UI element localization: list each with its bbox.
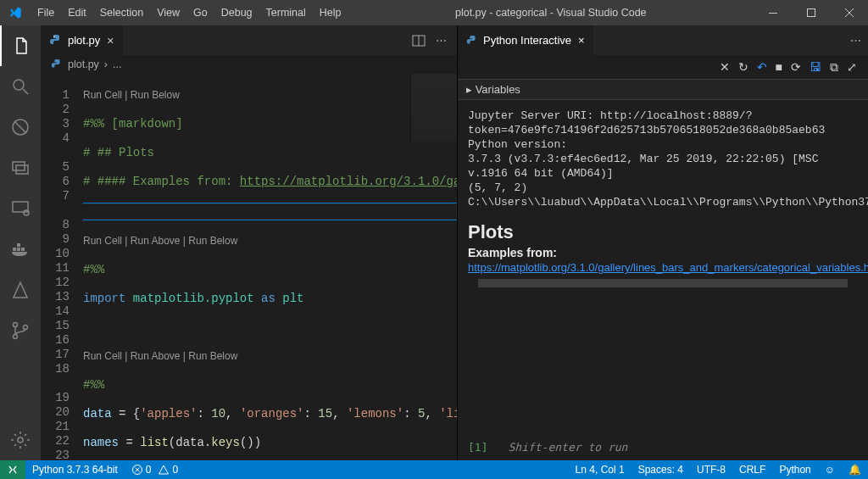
docker-icon[interactable] [0,229,41,270]
window-title: plot.py - categorical - Visual Studio Co… [348,7,754,19]
close-icon[interactable]: × [107,34,114,47]
status-python[interactable]: Python 3.7.3 64-bit [25,460,125,479]
redo-icon[interactable]: ↻ [734,60,753,74]
svg-rect-0 [769,13,777,14]
remote-icon[interactable] [0,188,41,229]
settings-icon[interactable] [0,420,41,460]
svg-point-7 [24,210,29,215]
svg-rect-9 [17,248,20,251]
breadcrumb[interactable]: plot.py › ... [41,55,457,74]
codelens-run-cell[interactable]: Run Cell | Run Above | Run Below [83,349,457,364]
svg-point-13 [14,335,18,339]
interactive-output: Jupyter Server URI: http://localhost:888… [458,100,868,434]
input-hint: Shift-enter to run [508,441,627,454]
chevron-right-icon: ▸ [466,83,472,96]
svg-rect-4 [13,162,25,170]
window-controls [754,0,868,25]
cancel-icon[interactable]: ✕ [715,60,734,74]
svg-point-15 [18,437,23,443]
bell-icon[interactable]: 🔔 [842,460,868,479]
menu-edit[interactable]: Edit [61,0,93,25]
menu-debug[interactable]: Debug [214,0,259,25]
output-heading: Plots [468,225,858,239]
status-problems[interactable]: 0 0 [125,460,185,479]
editor-tabs: plot.py × ⋯ [41,25,457,55]
menu-selection[interactable]: Selection [93,0,150,25]
tab-python-interactive[interactable]: Python Interactive × [458,25,593,55]
python-icon [466,35,478,47]
minimap[interactable] [410,74,457,142]
titlebar: File Edit Selection View Go Debug Termin… [0,0,868,25]
remote-indicator[interactable] [0,460,25,479]
status-language[interactable]: Python [772,460,817,479]
vscode-icon [8,6,22,19]
svg-point-12 [14,323,18,327]
python-icon [49,34,63,47]
status-bar: Python 3.7.3 64-bit 0 0 Ln 4, Col 1 Spac… [0,460,868,479]
menu-help[interactable]: Help [313,0,348,25]
breadcrumb-file: plot.py [68,58,99,70]
codelens-run-cell[interactable]: Run Cell | Run Above | Run Below [83,234,457,248]
export-icon[interactable]: ⧉ [826,60,843,75]
tab-label: plot.py [68,34,100,47]
split-editor-icon[interactable] [407,34,431,47]
svg-rect-1 [807,9,815,17]
status-encoding[interactable]: UTF-8 [690,460,732,479]
close-button[interactable] [830,0,868,25]
status-cursor[interactable]: Ln 4, Col 1 [569,460,632,479]
breadcrumb-more: ... [113,58,121,70]
source-control-icon[interactable] [0,107,41,148]
azure-icon[interactable] [0,270,41,310]
svg-rect-8 [13,248,16,251]
svg-rect-5 [16,165,28,174]
save-icon[interactable]: 🖫 [805,60,826,74]
menu-bar: File Edit Selection View Go Debug Termin… [31,0,348,25]
status-spaces[interactable]: Spaces: 4 [632,460,690,479]
expand-icon[interactable]: ⤢ [843,60,861,74]
svg-rect-11 [17,243,20,247]
server-info: Jupyter Server URI: http://localhost:888… [468,109,858,209]
close-icon[interactable]: × [578,34,585,47]
restart-icon[interactable]: ⟳ [787,60,805,74]
maximize-button[interactable] [792,0,830,25]
line-numbers: 1 2 3 4 5 6 7 8 9 10 11 12 13 14 15 16 1… [41,74,83,460]
interactive-input[interactable]: [1] Shift-enter to run [458,434,868,460]
debug-icon[interactable] [0,148,41,188]
example-link[interactable]: https://matplotlib.org/3.1.0/gallery/lin… [468,261,868,274]
variables-section[interactable]: ▸ Variables [458,79,868,100]
python-interactive-panel: Python Interactive × ⋯ ✕ ↻ ↶ ■ ⟳ 🖫 ⧉ ⤢ ▸… [457,25,868,460]
svg-point-14 [24,326,28,330]
svg-rect-10 [21,248,25,251]
more-icon[interactable]: ⋯ [431,34,452,47]
more-icon[interactable]: ⋯ [850,34,861,47]
branch-icon[interactable] [0,310,41,351]
python-icon [51,58,63,70]
menu-terminal[interactable]: Terminal [259,0,313,25]
code-content[interactable]: Run Cell | Run Below #%% [markdown] # ##… [83,74,457,460]
search-icon[interactable] [0,66,41,107]
svg-point-16 [53,36,54,36]
menu-file[interactable]: File [31,0,61,25]
codelens-run-cell[interactable]: Run Cell | Run Below [83,88,457,103]
status-eol[interactable]: CRLF [732,460,772,479]
explorer-icon[interactable] [0,25,41,66]
svg-point-2 [14,80,24,90]
input-prompt: [1] [468,441,487,454]
tab-label: Python Interactive [483,34,571,47]
code-editor[interactable]: 1 2 3 4 5 6 7 8 9 10 11 12 13 14 15 16 1… [41,74,457,460]
menu-view[interactable]: View [150,0,186,25]
minimize-button[interactable] [754,0,792,25]
tab-plot-py[interactable]: plot.py × [41,25,123,55]
undo-icon[interactable]: ↶ [753,60,771,74]
stop-icon[interactable]: ■ [771,60,787,74]
variables-label: Variables [476,83,520,96]
interactive-toolbar: ✕ ↻ ↶ ■ ⟳ 🖫 ⧉ ⤢ [458,55,868,79]
horizontal-scrollbar[interactable] [478,279,848,287]
editor-group: plot.py × ⋯ plot.py › ... 1 2 3 4 5 6 7 … [41,25,457,460]
interactive-tabs: Python Interactive × ⋯ [458,25,868,55]
chevron-right-icon: › [104,58,108,70]
feedback-icon[interactable]: ☺ [818,460,842,479]
activity-bar [0,25,41,460]
menu-go[interactable]: Go [186,0,214,25]
output-subheading: Examples from: [468,246,858,260]
